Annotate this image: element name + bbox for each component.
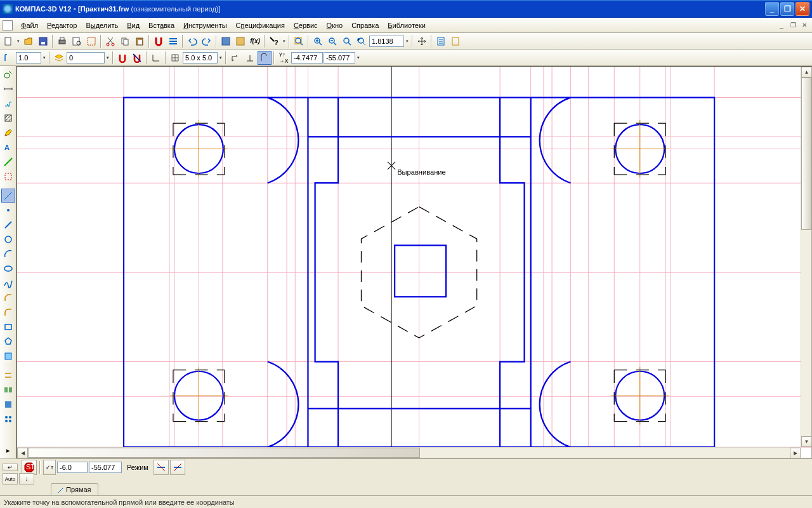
tool-measure[interactable]: [1, 155, 15, 169]
perp-button[interactable]: [243, 51, 257, 65]
prop-xy-toggle[interactable]: ✓т: [43, 460, 56, 475]
line-style-button[interactable]: [1, 51, 15, 65]
horizontal-scrollbar[interactable]: ◀ ▶: [17, 447, 801, 458]
layer-button[interactable]: [52, 51, 66, 65]
help-dropdown[interactable]: ▾: [282, 34, 287, 48]
manager-button[interactable]: [219, 34, 233, 48]
prop-stop-button[interactable]: STOP: [22, 460, 37, 475]
undo-button[interactable]: [185, 34, 199, 48]
menu-view[interactable]: Вид: [122, 20, 144, 31]
zoom-window-button[interactable]: [340, 34, 354, 48]
zoom-prev-button[interactable]: [355, 34, 369, 48]
tool-fillet[interactable]: [1, 305, 15, 319]
coord-y-input[interactable]: [324, 52, 355, 64]
mode-vert-button[interactable]: [170, 460, 185, 475]
tool-select[interactable]: [1, 170, 15, 184]
minimize-button[interactable]: _: [765, 2, 779, 16]
menu-libs[interactable]: Библиотеки: [383, 20, 430, 31]
tool-hatch[interactable]: [1, 111, 15, 125]
scroll-down-button[interactable]: ▼: [801, 436, 812, 447]
tool-line[interactable]: [1, 218, 15, 232]
grid-input[interactable]: [183, 52, 218, 64]
tool-circle[interactable]: [1, 232, 15, 246]
zoom-input[interactable]: [369, 36, 404, 47]
mdi-minimize-button[interactable]: _: [776, 21, 787, 30]
zoom-in-button[interactable]: [311, 34, 325, 48]
scroll-right-button[interactable]: ▶: [790, 448, 801, 458]
tool-collect[interactable]: [1, 383, 15, 397]
tool-patterns[interactable]: [1, 412, 15, 426]
layer-dropdown[interactable]: ▾: [105, 51, 110, 65]
cut-button[interactable]: [103, 34, 117, 48]
tool-param[interactable]: A: [1, 140, 15, 154]
menu-insert[interactable]: Вставка: [144, 20, 179, 31]
tool-fill[interactable]: [1, 398, 15, 411]
coord-dropdown[interactable]: ▾: [356, 51, 361, 65]
save-button[interactable]: [36, 34, 50, 48]
tab-line[interactable]: Прямая: [51, 483, 98, 495]
menu-spec[interactable]: Спецификация: [232, 20, 289, 31]
maximize-button[interactable]: ❐: [780, 2, 794, 16]
menu-help[interactable]: Справка: [347, 20, 383, 31]
scroll-up-button[interactable]: ▲: [801, 67, 812, 77]
tool-edit[interactable]: [1, 126, 15, 140]
refresh-button[interactable]: [434, 34, 448, 48]
zoom-out-button[interactable]: [325, 34, 339, 48]
vscroll-thumb[interactable]: [801, 77, 811, 230]
properties-button[interactable]: [166, 34, 180, 48]
variables-button[interactable]: [233, 34, 247, 48]
drawing-canvas[interactable]: Выравнивание: [16, 66, 812, 458]
mdi-close-button[interactable]: ✕: [799, 21, 809, 30]
snap-on-button[interactable]: [115, 51, 129, 65]
fx-button[interactable]: f(x): [248, 34, 262, 48]
preview-button[interactable]: [70, 34, 84, 48]
vertical-scrollbar[interactable]: ▲ ▼: [801, 67, 811, 447]
tool-rect[interactable]: [1, 320, 15, 334]
mode-horiz-button[interactable]: [154, 460, 169, 475]
print-area-button[interactable]: [84, 34, 98, 48]
tool-ellipse[interactable]: [1, 262, 15, 276]
line-weight-dropdown[interactable]: ▾: [42, 51, 47, 65]
snap-off-button[interactable]: [130, 51, 144, 65]
tool-aux-line[interactable]: [1, 189, 15, 203]
mdi-restore-button[interactable]: ❐: [788, 21, 798, 30]
coord-x-input[interactable]: [291, 52, 323, 64]
axis-button[interactable]: [149, 51, 163, 65]
hscroll-thumb[interactable]: [28, 448, 420, 458]
line-weight-input[interactable]: [16, 52, 41, 64]
open-button[interactable]: [22, 34, 36, 48]
zoom-fit-button[interactable]: [292, 34, 306, 48]
menu-tools[interactable]: Инструменты: [179, 20, 232, 31]
copy-button[interactable]: [118, 34, 132, 48]
ortho-button[interactable]: [228, 51, 242, 65]
tool-point[interactable]: [1, 203, 15, 217]
prop-x-input[interactable]: [57, 462, 88, 473]
print-button[interactable]: [55, 34, 69, 48]
help-button[interactable]: ?: [267, 34, 281, 48]
close-button[interactable]: ✕: [796, 2, 809, 16]
tool-contour[interactable]: [1, 349, 15, 363]
round-button[interactable]: [258, 51, 272, 65]
tool-spline[interactable]: [1, 276, 15, 290]
menu-editor[interactable]: Редактор: [43, 20, 81, 31]
grid-button[interactable]: [168, 51, 182, 65]
new-dropdown[interactable]: ▾: [16, 34, 21, 48]
menu-window[interactable]: Окно: [322, 20, 348, 31]
grid-dropdown[interactable]: ▾: [218, 51, 223, 65]
new-button[interactable]: [1, 34, 15, 48]
magnet-button[interactable]: [152, 34, 166, 48]
rebuild-button[interactable]: [449, 34, 462, 48]
scroll-left-button[interactable]: ◀: [17, 448, 28, 458]
prop-create-button[interactable]: ↵: [3, 464, 18, 471]
pan-button[interactable]: [415, 34, 429, 48]
paste-button[interactable]: [133, 34, 147, 48]
tool-arc[interactable]: [1, 247, 15, 261]
redo-button[interactable]: [200, 34, 214, 48]
toolbox-expand[interactable]: ▸: [1, 443, 15, 457]
prop-y-input[interactable]: [89, 462, 122, 473]
zoom-dropdown[interactable]: ▾: [405, 34, 410, 48]
tool-equidistant[interactable]: [1, 368, 15, 382]
menu-select[interactable]: Выделить: [81, 20, 122, 31]
tool-chamfer[interactable]: [1, 291, 15, 305]
menu-service[interactable]: Сервис: [289, 20, 322, 31]
